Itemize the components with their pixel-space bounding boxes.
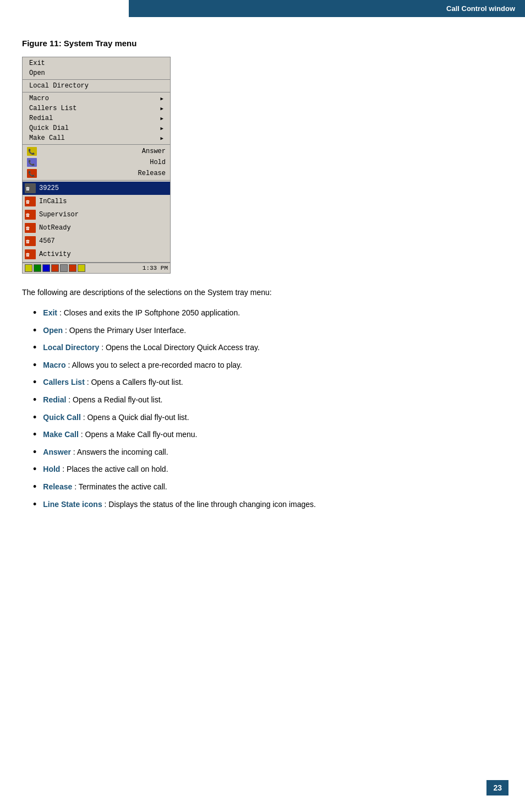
release-label: Release <box>138 170 166 177</box>
list-item-local-directory-content: Local Directory : Opens the Local Direct… <box>43 342 259 353</box>
tray-item-hold[interactable]: 📞 Hold <box>23 157 170 168</box>
list-item-hold: • Hold : Places the active call on hold. <box>33 464 503 476</box>
phone-line-icon-incalls: ☎ <box>25 197 36 206</box>
release-icon: 📞 <box>27 169 37 178</box>
list-item-hold-content: Hold : Places the active call on hold. <box>43 464 168 475</box>
hold-label: Hold <box>150 159 166 166</box>
svg-text:📞: 📞 <box>28 148 35 155</box>
svg-text:📞: 📞 <box>28 170 35 177</box>
taskbar-icon-2 <box>34 264 41 272</box>
svg-text:☎: ☎ <box>26 199 30 205</box>
tray-item-callers-list[interactable]: Callers List <box>23 103 170 113</box>
tray-item-macro[interactable]: Macro <box>23 94 170 103</box>
term-line-state-icons: Line State icons <box>43 500 102 509</box>
list-item-callers-list: • Callers List : Opens a Callers fly-out… <box>33 377 503 389</box>
text-open: : Opens the Primary User Interface. <box>65 326 186 335</box>
bullet-dot: • <box>33 307 36 319</box>
tray-item-open[interactable]: Open <box>23 68 170 78</box>
text-local-directory: : Opens the Local Directory Quick Access… <box>101 343 260 352</box>
text-release: : Terminates the active call. <box>74 482 167 491</box>
taskbar-icon-3 <box>42 264 50 272</box>
phone-line-icon-activity: ☎ <box>25 249 36 259</box>
list-item-answer: • Answer : Answers the incoming call. <box>33 446 503 459</box>
svg-text:☎: ☎ <box>26 225 30 232</box>
term-answer: Answer <box>43 448 71 456</box>
taskbar-icon-1 <box>25 264 32 272</box>
bullet-dot: • <box>33 359 36 372</box>
bullet-dot: • <box>33 446 36 459</box>
term-exit: Exit <box>43 308 57 317</box>
hold-icon: 📞 <box>27 158 37 167</box>
term-redial: Redial <box>43 395 66 404</box>
description-paragraph: The following are descriptions of the se… <box>22 287 503 298</box>
list-item-quick-call-content: Quick Call : Opens a Quick dial fly-out … <box>43 412 189 423</box>
list-item-macro-content: Macro : Allows you to select a pre-recor… <box>43 359 242 371</box>
bullet-dot: • <box>33 412 36 424</box>
svg-text:☎: ☎ <box>26 212 30 219</box>
phone-line-icon-supervisor: ☎ <box>25 210 36 220</box>
phone-line-activity[interactable]: ☎ Activity <box>23 248 170 261</box>
text-line-state-icons: : Displays the status of the line throug… <box>105 500 316 509</box>
tray-item-exit[interactable]: Exit <box>23 58 170 68</box>
taskbar: 1:33 PM <box>23 263 170 273</box>
svg-text:📞: 📞 <box>28 159 35 166</box>
term-quick-call: Quick Call <box>43 413 80 422</box>
bullet-dot: • <box>33 499 36 511</box>
term-hold: Hold <box>43 465 60 473</box>
tray-menu-screenshot: Exit Open Local Directory Macro Callers … <box>22 57 171 274</box>
list-item-open: • Open : Opens the Primary User Interfac… <box>33 325 503 337</box>
phone-line-39225[interactable]: ☎ 39225 <box>23 182 170 195</box>
list-item-line-state-content: Line State icons : Displays the status o… <box>43 499 316 510</box>
text-hold: : Places the active call on hold. <box>62 465 168 473</box>
list-item-exit-content: Exit : Closes and exits the IP Softphone… <box>43 307 240 319</box>
list-item-redial-content: Redial : Opens a Redial fly-out list. <box>43 394 162 406</box>
tray-section-exit-open: Exit Open <box>23 57 170 80</box>
term-macro: Macro <box>43 361 65 369</box>
svg-text:☎: ☎ <box>26 238 30 245</box>
tray-item-make-call[interactable]: Make Call <box>23 133 170 143</box>
term-open: Open <box>43 326 63 335</box>
bullet-dot: • <box>33 429 36 441</box>
tray-section-phone-lines: ☎ 39225 ☎ InCalls ☎ Supervisor <box>23 181 170 263</box>
tray-item-quick-dial[interactable]: Quick Dial <box>23 123 170 133</box>
list-item-release: • Release : Terminates the active call. <box>33 481 503 493</box>
tray-section-call-controls: 📞 Answer 📞 Hold 📞 Release <box>23 145 170 181</box>
phone-line-icon-4567: ☎ <box>25 236 36 246</box>
tray-section-local-directory: Local Directory <box>23 80 170 92</box>
phone-line-4567[interactable]: ☎ 4567 <box>23 235 170 248</box>
term-make-call: Make Call <box>43 430 79 439</box>
term-release: Release <box>43 482 72 491</box>
phone-line-supervisor[interactable]: ☎ Supervisor <box>23 208 170 221</box>
phone-line-incalls[interactable]: ☎ InCalls <box>23 195 170 208</box>
list-item-answer-content: Answer : Answers the incoming call. <box>43 446 168 458</box>
list-item-open-content: Open : Opens the Primary User Interface. <box>43 325 186 336</box>
phone-line-icon-notready: ☎ <box>25 223 36 233</box>
bullet-dot: • <box>33 481 36 493</box>
bullet-list: • Exit : Closes and exits the IP Softpho… <box>33 307 503 510</box>
taskbar-icons <box>25 264 85 272</box>
tray-item-redial[interactable]: Redial <box>23 113 170 123</box>
tray-item-answer[interactable]: 📞 Answer <box>23 146 170 157</box>
list-item-exit: • Exit : Closes and exits the IP Softpho… <box>33 307 503 319</box>
figure-title: Figure 11: System Tray menu <box>22 39 503 48</box>
list-item-callers-list-content: Callers List : Opens a Callers fly-out l… <box>43 377 183 388</box>
tray-item-release[interactable]: 📞 Release <box>23 168 170 179</box>
list-item-release-content: Release : Terminates the active call. <box>43 481 167 493</box>
header-title: Call Control window <box>446 4 515 13</box>
text-answer: : Answers the incoming call. <box>73 448 168 456</box>
term-callers-list: Callers List <box>43 378 84 386</box>
bullet-dot: • <box>33 325 36 337</box>
bullet-dot: • <box>33 464 36 476</box>
list-item-macro: • Macro : Allows you to select a pre-rec… <box>33 359 503 372</box>
svg-text:☎: ☎ <box>26 186 30 192</box>
text-exit: : Closes and exits the IP Softphone 2050… <box>59 308 240 317</box>
tray-item-local-directory[interactable]: Local Directory <box>23 81 170 91</box>
term-local-directory: Local Directory <box>43 343 99 352</box>
main-content: Figure 11: System Tray menu Exit Open Lo… <box>0 0 525 538</box>
list-item-make-call-content: Make Call : Opens a Make Call fly-out me… <box>43 429 197 440</box>
header-bar: Call Control window <box>129 0 525 17</box>
svg-text:☎: ☎ <box>26 252 30 258</box>
phone-line-notready[interactable]: ☎ NotReady <box>23 221 170 235</box>
phone-line-icon-active: ☎ <box>25 183 36 193</box>
bullet-dot: • <box>33 394 36 406</box>
